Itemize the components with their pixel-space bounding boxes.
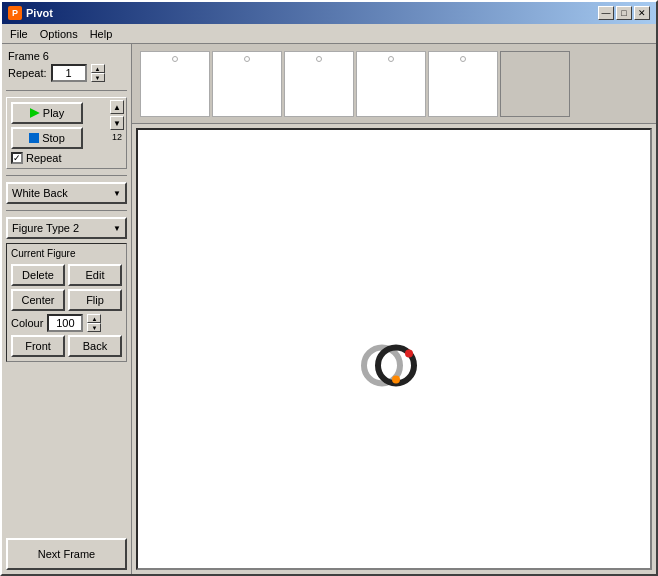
frame-dot-1 <box>172 56 178 62</box>
main-window: P Pivot — □ ✕ File Options Help Frame 6 … <box>0 0 658 576</box>
delete-edit-row: Delete Edit <box>11 264 122 286</box>
center-flip-row: Center Flip <box>11 289 122 311</box>
repeat-checkbox[interactable]: ✓ <box>11 152 23 164</box>
play-icon <box>30 108 40 118</box>
colour-row: Colour ▲ ▼ <box>11 314 122 332</box>
colour-input[interactable] <box>47 314 83 332</box>
figure-orange-dot <box>392 375 400 383</box>
menu-options[interactable]: Options <box>34 27 84 41</box>
speed-down-button[interactable]: ▼ <box>110 116 124 130</box>
filmstrip-frame-4[interactable] <box>356 51 426 117</box>
figure-section: Current Figure Delete Edit Center Flip C… <box>6 243 127 362</box>
figure-container <box>354 327 434 399</box>
play-controls: Play Stop ✓ Repeat ▲ ▼ 12 <box>6 97 127 169</box>
divider-3 <box>6 210 127 211</box>
speed-value: 12 <box>110 132 124 142</box>
app-icon: P <box>8 6 22 20</box>
delete-button[interactable]: Delete <box>11 264 65 286</box>
main-content: Frame 6 Repeat: ▲ ▼ Play <box>2 44 656 574</box>
front-button[interactable]: Front <box>11 335 65 357</box>
close-button[interactable]: ✕ <box>634 6 650 20</box>
next-frame-button[interactable]: Next Frame <box>6 538 127 570</box>
figure-svg <box>354 327 434 397</box>
repeat-down-button[interactable]: ▼ <box>91 73 105 82</box>
title-bar: P Pivot — □ ✕ <box>2 2 656 24</box>
filmstrip-frame-5[interactable] <box>428 51 498 117</box>
repeat-input[interactable] <box>51 64 87 82</box>
menu-help[interactable]: Help <box>84 27 119 41</box>
maximize-button[interactable]: □ <box>616 6 632 20</box>
center-button[interactable]: Center <box>11 289 65 311</box>
repeat-row: Repeat: ▲ ▼ <box>8 64 125 82</box>
background-dropdown-arrow: ▼ <box>113 189 121 198</box>
background-dropdown[interactable]: White Back ▼ <box>6 182 127 204</box>
filmstrip <box>132 44 656 124</box>
filmstrip-frame-6-active[interactable] <box>500 51 570 117</box>
minimize-button[interactable]: — <box>598 6 614 20</box>
divider-2 <box>6 175 127 176</box>
window-title: Pivot <box>26 7 53 19</box>
frame-dot-2 <box>244 56 250 62</box>
menu-bar: File Options Help <box>2 24 656 44</box>
right-panel <box>132 44 656 574</box>
stop-button[interactable]: Stop <box>11 127 83 149</box>
colour-spinners: ▲ ▼ <box>87 314 101 332</box>
colour-down-button[interactable]: ▼ <box>87 323 101 332</box>
repeat-up-button[interactable]: ▲ <box>91 64 105 73</box>
title-buttons: — □ ✕ <box>598 6 650 20</box>
frame-label: Frame 6 <box>8 50 125 62</box>
filmstrip-frame-3[interactable] <box>284 51 354 117</box>
filmstrip-frame-2[interactable] <box>212 51 282 117</box>
speed-up-button[interactable]: ▲ <box>110 100 124 114</box>
figure-type-label: Figure Type 2 <box>12 222 79 234</box>
frame-dot-5 <box>460 56 466 62</box>
figure-type-dropdown-arrow: ▼ <box>113 224 121 233</box>
left-panel: Frame 6 Repeat: ▲ ▼ Play <box>2 44 132 574</box>
front-back-row: Front Back <box>11 335 122 357</box>
repeat-label: Repeat: <box>8 67 47 79</box>
back-button[interactable]: Back <box>68 335 122 357</box>
colour-label: Colour <box>11 317 43 329</box>
edit-button[interactable]: Edit <box>68 264 122 286</box>
figure-red-dot <box>405 349 413 357</box>
frame-dot-3 <box>316 56 322 62</box>
current-figure-label: Current Figure <box>11 248 122 259</box>
divider-1 <box>6 90 127 91</box>
filmstrip-frame-1[interactable] <box>140 51 210 117</box>
canvas-area[interactable] <box>136 128 652 570</box>
flip-button[interactable]: Flip <box>68 289 122 311</box>
background-label: White Back <box>12 187 68 199</box>
repeat-spinners: ▲ ▼ <box>91 64 105 82</box>
colour-up-button[interactable]: ▲ <box>87 314 101 323</box>
repeat-check-row: ✓ Repeat <box>11 152 122 164</box>
play-button[interactable]: Play <box>11 102 83 124</box>
play-controls-right: ▲ ▼ 12 <box>108 98 126 144</box>
title-bar-left: P Pivot <box>8 6 53 20</box>
frame-dot-4 <box>388 56 394 62</box>
stop-icon <box>29 133 39 143</box>
figure-type-dropdown[interactable]: Figure Type 2 ▼ <box>6 217 127 239</box>
menu-file[interactable]: File <box>4 27 34 41</box>
repeat-check-label: Repeat <box>26 152 61 164</box>
frame-info: Frame 6 Repeat: ▲ ▼ <box>6 48 127 84</box>
